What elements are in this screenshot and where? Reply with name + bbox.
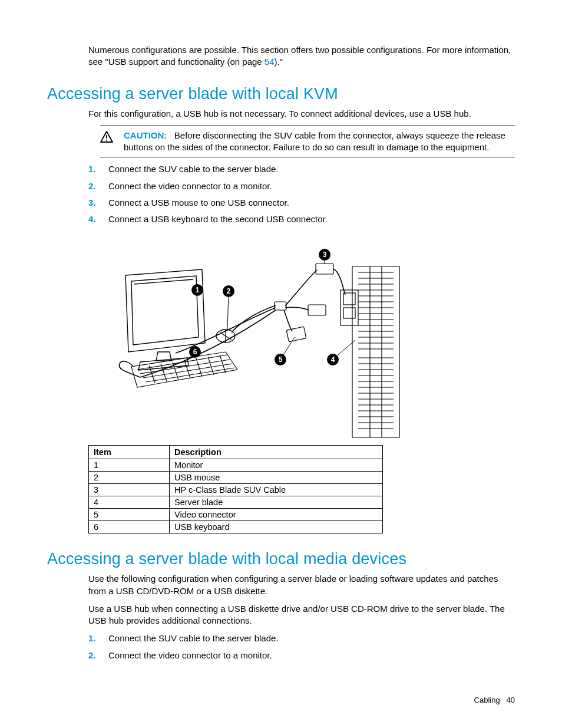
heading-local-media: Accessing a server blade with local medi… [47, 550, 515, 568]
kvm-step: Connect the video connector to a monitor… [88, 180, 515, 192]
caution-text: CAUTION: Before disconnecting the SUV ca… [124, 130, 513, 154]
kvm-step: Connect a USB mouse to one USB connector… [88, 197, 515, 209]
callout-2: 2 [227, 287, 231, 295]
table-row: 3HP c-Class Blade SUV Cable [89, 484, 383, 496]
media-para-1: Use the following configuration when con… [47, 573, 515, 597]
intro-text-before: Numerous configurations are possible. Th… [88, 45, 511, 67]
svg-rect-9 [275, 302, 286, 310]
media-step: Connect the SUV cable to the server blad… [88, 633, 515, 644]
table-row: 6USB keyboard [89, 521, 383, 533]
intro-text-after: )." [275, 57, 283, 67]
kvm-lead-text: For this configuration, a USB hub is not… [47, 108, 515, 120]
media-steps-list: Connect the SUV cable to the server blad… [47, 633, 515, 661]
kvm-steps-list: Connect the SUV cable to the server blad… [47, 163, 515, 225]
footer-section: Cabling [474, 696, 500, 704]
table-header-item: Item [89, 446, 170, 459]
svg-rect-7 [308, 305, 326, 315]
callout-5: 5 [279, 355, 283, 364]
table-row: 1Monitor [89, 459, 383, 472]
kvm-diagram: 1 2 3 4 5 6 [99, 231, 515, 443]
svg-rect-6 [316, 263, 333, 274]
caution-box: CAUTION: Before disconnecting the SUV ca… [100, 126, 515, 158]
media-para-2: Use a USB hub when connecting a USB disk… [47, 603, 515, 627]
kvm-item-table: Item Description 1Monitor 2USB mouse 3HP… [88, 445, 383, 533]
caution-label: CAUTION: [124, 130, 167, 140]
table-row: 2USB mouse [89, 472, 383, 484]
intro-paragraph: Numerous configurations are possible. Th… [47, 44, 515, 68]
table-row: 4Server blade [89, 496, 383, 509]
callout-3: 3 [323, 251, 327, 259]
callout-6: 6 [193, 348, 197, 356]
callout-4: 4 [331, 355, 335, 364]
table-row: 5Video connector [89, 509, 383, 521]
media-step: Connect the video connector to a monitor… [88, 650, 515, 661]
svg-rect-4 [343, 308, 355, 318]
table-header-description: Description [170, 446, 383, 459]
caution-icon [100, 131, 113, 145]
heading-local-kvm: Accessing a server blade with local KVM [47, 85, 515, 103]
svg-line-12 [227, 293, 229, 330]
footer-page-number: 40 [507, 696, 515, 704]
page-footer: Cabling 40 [474, 696, 515, 704]
svg-rect-8 [286, 327, 306, 342]
page-link-54[interactable]: 54 [265, 57, 275, 67]
callout-1: 1 [196, 286, 200, 294]
kvm-step: Connect the SUV cable to the server blad… [88, 163, 515, 175]
caution-body: Before disconnecting the SUV cable from … [124, 130, 505, 152]
svg-point-1 [106, 140, 107, 141]
kvm-step: Connect a USB keyboard to the second USB… [88, 213, 515, 225]
